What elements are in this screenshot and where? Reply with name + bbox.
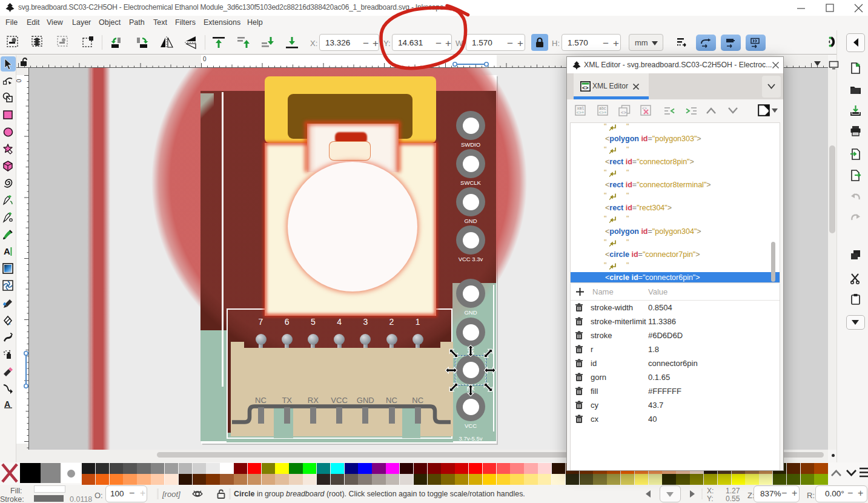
svg-text:<>: <>: [582, 85, 589, 91]
svg-text:<>: <>: [621, 110, 627, 115]
svg-text:0: 0: [16, 79, 22, 82]
svg-text:<>+: <>+: [599, 110, 607, 115]
svg-text:A: A: [4, 246, 10, 256]
svg-text:<>+: <>+: [577, 110, 585, 115]
svg-text:0: 0: [203, 56, 207, 62]
